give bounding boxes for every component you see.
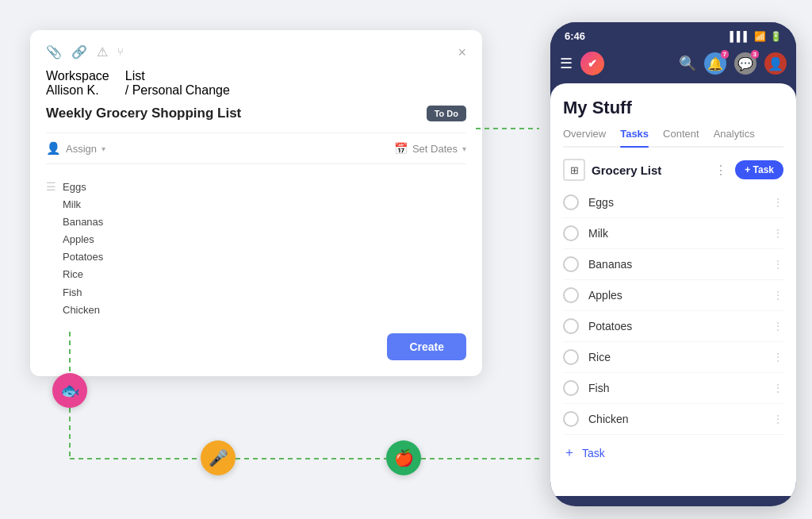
task-kebab-fish[interactable]: ⋮ xyxy=(772,382,783,394)
assign-label: Assign xyxy=(66,143,97,155)
wifi-icon: 📶 xyxy=(754,31,766,42)
assign-button[interactable]: 👤 Assign ▾ xyxy=(46,141,105,156)
grocery-list-header: ⊞ Grocery List ⋮ + Task xyxy=(563,159,783,181)
apple-circle[interactable]: 🍎 xyxy=(386,440,421,475)
card-content: ☰ EggsMilkBananasApplesPotatoesRiceFishC… xyxy=(46,175,466,322)
signal-icon: ▌▌▌ xyxy=(730,31,750,42)
messages-badge: 3 xyxy=(751,50,759,59)
status-time: 6:46 xyxy=(565,30,585,42)
list-grid-icon: ⊞ xyxy=(563,159,585,181)
task-kebab-apples[interactable]: ⋮ xyxy=(772,289,783,302)
phone-content: My Stuff Overview Tasks Content Analytic… xyxy=(550,83,796,496)
search-icon[interactable]: 🔍 xyxy=(679,55,696,72)
task-kebab-potatoes[interactable]: ⋮ xyxy=(772,320,783,333)
tab-tasks[interactable]: Tasks xyxy=(620,128,649,146)
user-avatar[interactable]: 👤 xyxy=(764,52,787,75)
tab-overview[interactable]: Overview xyxy=(563,128,606,146)
branch-icon[interactable]: ⑂ xyxy=(117,46,124,58)
card-title-row: Weekly Grocery Shopping List To Do xyxy=(46,106,466,121)
alert-icon[interactable]: ⚠ xyxy=(97,44,108,60)
workspace-label: Workspace xyxy=(46,69,109,83)
plus-icon: ＋ xyxy=(563,444,576,461)
add-task-footer-row[interactable]: ＋ Task xyxy=(563,435,783,471)
app-logo: ✔ xyxy=(580,52,604,75)
mobile-phone: 6:46 ▌▌▌ 📶 🔋 ☰ ✔ 🔍 🔔 7 💬 3 👤 My Stuff Ov… xyxy=(550,22,796,506)
card-title: Weekly Grocery Shopping List xyxy=(46,106,241,121)
task-checkbox-milk[interactable] xyxy=(563,225,579,241)
fish-circle[interactable]: 🐟 xyxy=(52,373,87,408)
task-kebab-rice[interactable]: ⋮ xyxy=(772,351,783,363)
task-item: Rice ⋮ xyxy=(563,342,783,373)
task-item: Eggs ⋮ xyxy=(563,187,783,218)
task-item: Bananas ⋮ xyxy=(563,249,783,280)
phone-status-bar: 6:46 ▌▌▌ 📶 🔋 xyxy=(550,22,796,47)
task-checkbox-apples[interactable] xyxy=(563,287,579,303)
add-task-button[interactable]: + Task xyxy=(735,160,783,179)
workspace-value: Allison K. xyxy=(46,83,109,98)
task-checkbox-rice[interactable] xyxy=(563,349,579,365)
task-item: Milk ⋮ xyxy=(563,218,783,249)
phone-nav-bar: ☰ ✔ 🔍 🔔 7 💬 3 👤 xyxy=(550,47,796,83)
task-name-bananas: Bananas xyxy=(588,258,772,271)
card-meta: Workspace Allison K. List / Personal Cha… xyxy=(46,69,466,98)
task-name-potatoes: Potatoes xyxy=(588,320,772,333)
grocery-list-name: Grocery List xyxy=(592,163,714,177)
task-kebab-bananas[interactable]: ⋮ xyxy=(772,258,783,271)
task-name-fish: Fish xyxy=(588,382,772,394)
phone-tabs: Overview Tasks Content Analytics xyxy=(563,128,783,148)
task-name-rice: Rice xyxy=(588,351,772,363)
todo-badge[interactable]: To Do xyxy=(427,106,466,121)
list-icon: ☰ xyxy=(46,180,56,193)
task-checkbox-potatoes[interactable] xyxy=(563,318,579,334)
change-link[interactable]: Change xyxy=(186,83,230,98)
list-kebab-menu[interactable]: ⋮ xyxy=(714,163,727,178)
messages-avatar[interactable]: 💬 3 xyxy=(734,52,756,75)
task-item: Apples ⋮ xyxy=(563,280,783,311)
status-icons: ▌▌▌ 📶 🔋 xyxy=(730,31,782,42)
task-checkbox-fish[interactable] xyxy=(563,380,579,396)
close-button[interactable]: × xyxy=(458,45,466,60)
battery-icon: 🔋 xyxy=(770,31,782,42)
list-value: / Personal xyxy=(125,83,182,98)
task-kebab-chicken[interactable]: ⋮ xyxy=(772,413,783,425)
task-checkbox-bananas[interactable] xyxy=(563,256,579,272)
task-item: Chicken ⋮ xyxy=(563,404,783,435)
set-dates-button[interactable]: 📅 Set Dates ▾ xyxy=(394,142,466,155)
notification-badge: 7 xyxy=(721,50,729,59)
person-icon: 👤 xyxy=(46,141,61,156)
task-item: Potatoes ⋮ xyxy=(563,311,783,342)
hamburger-icon[interactable]: ☰ xyxy=(560,55,573,72)
my-stuff-title: My Stuff xyxy=(563,98,783,118)
task-checkbox-chicken[interactable] xyxy=(563,411,579,427)
assign-chevron-icon: ▾ xyxy=(102,144,105,153)
mic-circle[interactable]: 🎤 xyxy=(201,440,236,475)
notifications-avatar[interactable]: 🔔 7 xyxy=(704,52,726,75)
task-name-eggs: Eggs xyxy=(588,196,772,209)
task-kebab-milk[interactable]: ⋮ xyxy=(772,227,783,240)
tab-content[interactable]: Content xyxy=(663,128,699,146)
paperclip-icon[interactable]: 📎 xyxy=(46,44,62,60)
tab-analytics[interactable]: Analytics xyxy=(714,128,755,146)
task-name-apples: Apples xyxy=(588,289,772,302)
task-kebab-eggs[interactable]: ⋮ xyxy=(772,196,783,209)
task-item: Fish ⋮ xyxy=(563,373,783,404)
list-label: List xyxy=(125,69,230,83)
dates-chevron-icon: ▾ xyxy=(462,144,466,153)
card-toolbar: 📎 🔗 ⚠ ⑂ × xyxy=(46,44,466,60)
task-checkbox-eggs[interactable] xyxy=(563,194,579,210)
calendar-icon: 📅 xyxy=(394,142,408,155)
create-button[interactable]: Create xyxy=(387,333,466,360)
link-icon[interactable]: 🔗 xyxy=(71,44,87,60)
set-dates-label: Set Dates xyxy=(412,143,458,155)
add-task-footer-label: Task xyxy=(582,447,605,459)
desktop-task-card: 📎 🔗 ⚠ ⑂ × Workspace Allison K. List / Pe… xyxy=(30,30,482,376)
grocery-list-text: EggsMilkBananasApplesPotatoesRiceFishChi… xyxy=(63,179,103,319)
card-footer: Create xyxy=(46,333,466,360)
task-name-chicken: Chicken xyxy=(588,413,772,425)
task-name-milk: Milk xyxy=(588,227,772,240)
card-assign-row: 👤 Assign ▾ 📅 Set Dates ▾ xyxy=(46,133,466,164)
